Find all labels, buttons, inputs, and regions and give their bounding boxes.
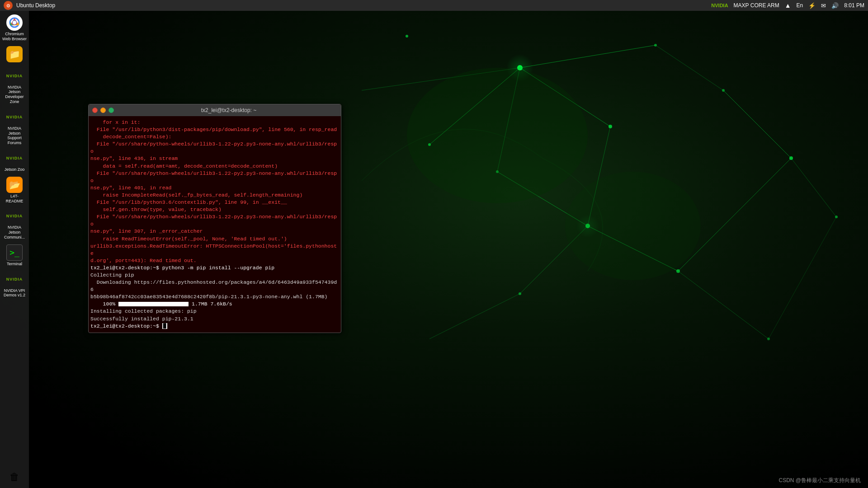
svg-point-25: [519, 292, 521, 295]
terminal-line: File "/usr/lib/python3/dist-packages/pip…: [90, 126, 339, 133]
svg-line-28: [429, 294, 520, 339]
top-panel: ⊙ Ubuntu Desktop NVIDIA MAXP CORE ARM ▲ …: [0, 0, 868, 11]
dock-item-chromium[interactable]: Chromium Web Browser: [1, 13, 28, 43]
dock-item-nvidia-dev[interactable]: NVIDIA NVIDIA Jetson Developer Zone: [1, 66, 28, 106]
svg-point-2: [506, 54, 533, 81]
svg-line-5: [497, 68, 520, 172]
volume-icon[interactable]: 🔊: [831, 2, 839, 9]
terminal-line: Successfully installed pip-21.3.1: [90, 315, 339, 323]
terminal-line: nse.py", line 401, in read: [90, 184, 339, 192]
svg-line-31: [769, 217, 836, 339]
nvidia-dev-icon: NVIDIA: [6, 68, 23, 84]
svg-point-20: [789, 156, 793, 160]
panel-title: Ubuntu Desktop: [16, 2, 55, 9]
svg-line-4: [520, 68, 610, 127]
maxp-core-label: MAXP CORE ARM: [734, 2, 779, 9]
chromium-label: Chromium Web Browser: [2, 32, 27, 42]
terminal-line: data = self.read(amt=amt, decode_content…: [90, 163, 339, 170]
terminal-line: Downloading https://files.pythonhosted.o…: [90, 279, 339, 293]
terminal-line: for x in it:: [90, 119, 339, 126]
svg-point-11: [654, 44, 657, 47]
panel-left: ⊙ Ubuntu Desktop: [4, 1, 55, 10]
svg-point-9: [609, 125, 612, 128]
l4t-label: L4T-README: [2, 194, 27, 204]
svg-line-15: [588, 127, 610, 226]
terminal-line: File "/usr/share/python-wheels/urllib3-1…: [90, 213, 339, 228]
dock-item-vpi[interactable]: NVIDIA NVIDIA VPI Demos v1.2: [1, 269, 28, 300]
svg-point-37: [13, 21, 16, 24]
window-close-button[interactable]: [92, 108, 98, 113]
svg-line-7: [362, 68, 520, 90]
terminal-line: File "/usr/share/python-wheels/urllib3-1…: [90, 141, 339, 155]
chromium-icon: [6, 14, 23, 31]
nvidia-support-label: NVIDIA Jetson Support Forums: [2, 126, 27, 145]
terminal-line: decode_content=False):: [90, 133, 339, 141]
terminal-line: nse.py", line 436, in stream: [90, 155, 339, 162]
svg-point-26: [767, 338, 770, 340]
nvidia-commu-label: NVIDIA Jetson Communi...: [2, 225, 27, 239]
svg-line-3: [429, 68, 520, 145]
terminal-line: File "/usr/share/python-wheels/urllib3-1…: [90, 170, 339, 184]
svg-point-24: [676, 269, 680, 273]
terminal-line: raise ReadTimeoutError(self._pool, None,…: [90, 235, 339, 243]
dock-item-jetson-zoo[interactable]: NVIDIA Jetson Zoo: [1, 148, 28, 174]
terminal-title: tx2_lei@tx2-desktop: ~: [120, 107, 337, 113]
terminal-titlebar: tx2_lei@tx2-desktop: ~: [89, 104, 341, 116]
dock-item-files[interactable]: 📁: [1, 44, 28, 65]
watermark: CSDN @鲁棒最小二乘支持向量机: [778, 477, 861, 484]
svg-line-27: [678, 271, 769, 339]
terminal-icon: >_: [6, 244, 23, 261]
terminal-line: self.gen.throw(type, value, traceback): [90, 206, 339, 213]
svg-point-18: [406, 35, 408, 38]
svg-point-8: [428, 143, 431, 146]
svg-point-1: [517, 65, 523, 70]
svg-line-14: [497, 172, 588, 226]
files-icon: 📁: [6, 46, 23, 62]
terminal-content[interactable]: for x in it: File "/usr/lib/python3/dist…: [89, 116, 341, 333]
svg-point-19: [722, 89, 725, 92]
terminal-line: nse.py", line 307, in _error_catcher: [90, 228, 339, 235]
svg-line-16: [588, 226, 678, 271]
wifi-icon[interactable]: ▲: [785, 2, 791, 9]
dock-item-nvidia-commu[interactable]: NVIDIA NVIDIA Jetson Communi...: [1, 206, 28, 241]
svg-line-23: [678, 158, 791, 271]
terminal-label: Terminal: [7, 262, 22, 267]
svg-line-22: [656, 45, 723, 90]
trash-icon: 🗑: [6, 469, 23, 485]
svg-line-30: [791, 158, 836, 217]
svg-line-17: [520, 226, 588, 294]
terminal-line: 100% 1.7MB 7.6kB/s: [90, 300, 339, 308]
svg-line-6: [520, 45, 656, 68]
nvidia-support-icon: NVIDIA: [6, 109, 23, 125]
window-maximize-button[interactable]: [108, 108, 114, 113]
email-icon[interactable]: ✉: [821, 2, 826, 9]
terminal-line: d.org', port=443): Read timed out.: [90, 257, 339, 264]
terminal-line: tx2_lei@tx2-desktop:~$ python3 -m pip in…: [90, 264, 339, 272]
nvidia-vpi-icon: NVIDIA: [6, 271, 23, 287]
dock-item-l4t[interactable]: 📂 L4T-README: [1, 175, 28, 206]
terminal-line: Installing collected packages: pip: [90, 308, 339, 315]
terminal-window: tx2_lei@tx2-desktop: ~ for x in it: File…: [88, 104, 341, 333]
ubuntu-logo-icon: ⊙: [4, 1, 13, 10]
jetson-zoo-icon: NVIDIA: [6, 150, 23, 166]
dock-item-nvidia-support[interactable]: NVIDIA NVIDIA Jetson Support Forums: [1, 107, 28, 147]
nvidia-vpi-label: NVIDIA VPI Demos v1.2: [2, 288, 27, 298]
lang-label[interactable]: En: [797, 2, 803, 9]
terminal-line: raise IncompleteRead(self._fp_bytes_read…: [90, 192, 339, 199]
svg-point-33: [565, 172, 701, 280]
nvidia-dev-label: NVIDIA Jetson Developer Zone: [2, 85, 27, 104]
terminal-line: Collecting pip: [90, 272, 339, 279]
svg-line-21: [723, 90, 791, 158]
dock-item-terminal[interactable]: >_ Terminal: [1, 243, 28, 268]
dock-item-trash[interactable]: 🗑: [1, 467, 28, 488]
nvidia-tray-icon: NVIDIA: [711, 3, 728, 8]
panel-right: NVIDIA MAXP CORE ARM ▲ En ⚡ ✉ 🔊 8:01 PM: [711, 2, 864, 9]
terminal-line: b5b98b46af8742cc03ae83543e4d7688c2420f8b…: [90, 293, 339, 300]
terminal-line: urllib3.exceptions.ReadTimeoutError: HTT…: [90, 243, 339, 257]
window-minimize-button[interactable]: [100, 108, 106, 113]
svg-point-12: [585, 224, 590, 228]
svg-point-32: [407, 68, 588, 203]
bluetooth-icon[interactable]: ⚡: [808, 2, 816, 9]
dock: Chromium Web Browser 📁 NVIDIA NVIDIA Jet…: [0, 11, 29, 488]
nvidia-commu-icon: NVIDIA: [6, 208, 23, 224]
